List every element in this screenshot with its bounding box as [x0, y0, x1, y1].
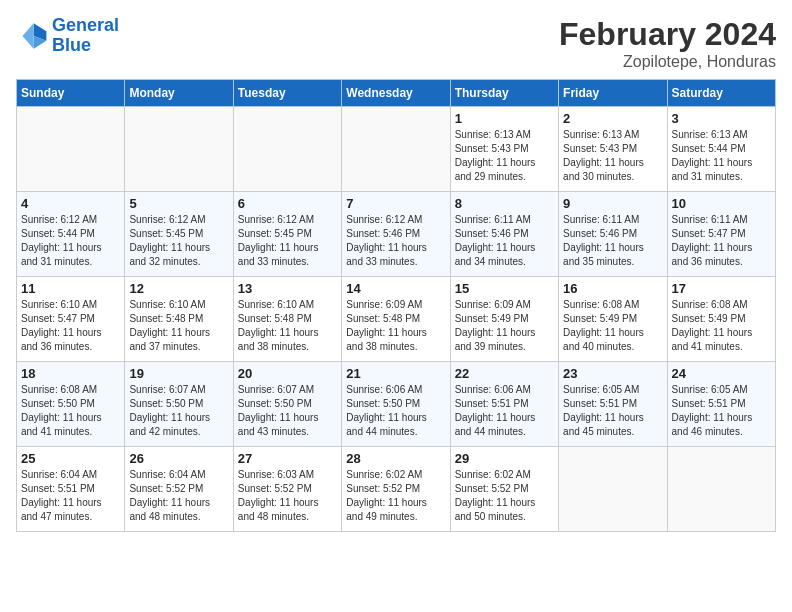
calendar-cell: 19Sunrise: 6:07 AM Sunset: 5:50 PM Dayli… — [125, 362, 233, 447]
day-info: Sunrise: 6:09 AM Sunset: 5:48 PM Dayligh… — [346, 298, 445, 354]
day-number: 9 — [563, 196, 662, 211]
day-info: Sunrise: 6:04 AM Sunset: 5:52 PM Dayligh… — [129, 468, 228, 524]
logo-icon — [16, 20, 48, 52]
header-row: SundayMondayTuesdayWednesdayThursdayFrid… — [17, 80, 776, 107]
day-number: 16 — [563, 281, 662, 296]
calendar-cell: 5Sunrise: 6:12 AM Sunset: 5:45 PM Daylig… — [125, 192, 233, 277]
day-number: 4 — [21, 196, 120, 211]
calendar-cell: 22Sunrise: 6:06 AM Sunset: 5:51 PM Dayli… — [450, 362, 558, 447]
day-info: Sunrise: 6:04 AM Sunset: 5:51 PM Dayligh… — [21, 468, 120, 524]
column-header-thursday: Thursday — [450, 80, 558, 107]
day-number: 25 — [21, 451, 120, 466]
day-number: 27 — [238, 451, 337, 466]
calendar-cell: 29Sunrise: 6:02 AM Sunset: 5:52 PM Dayli… — [450, 447, 558, 532]
calendar-cell — [667, 447, 775, 532]
column-header-wednesday: Wednesday — [342, 80, 450, 107]
calendar-cell: 10Sunrise: 6:11 AM Sunset: 5:47 PM Dayli… — [667, 192, 775, 277]
day-info: Sunrise: 6:10 AM Sunset: 5:47 PM Dayligh… — [21, 298, 120, 354]
calendar-cell — [17, 107, 125, 192]
calendar-cell: 15Sunrise: 6:09 AM Sunset: 5:49 PM Dayli… — [450, 277, 558, 362]
day-number: 1 — [455, 111, 554, 126]
logo-text: General Blue — [52, 16, 119, 56]
calendar-title: February 2024 — [559, 16, 776, 53]
column-header-monday: Monday — [125, 80, 233, 107]
day-number: 15 — [455, 281, 554, 296]
day-info: Sunrise: 6:09 AM Sunset: 5:49 PM Dayligh… — [455, 298, 554, 354]
calendar-cell: 17Sunrise: 6:08 AM Sunset: 5:49 PM Dayli… — [667, 277, 775, 362]
day-info: Sunrise: 6:06 AM Sunset: 5:51 PM Dayligh… — [455, 383, 554, 439]
calendar-cell: 8Sunrise: 6:11 AM Sunset: 5:46 PM Daylig… — [450, 192, 558, 277]
day-number: 10 — [672, 196, 771, 211]
calendar-header: SundayMondayTuesdayWednesdayThursdayFrid… — [17, 80, 776, 107]
calendar-cell: 13Sunrise: 6:10 AM Sunset: 5:48 PM Dayli… — [233, 277, 341, 362]
day-info: Sunrise: 6:03 AM Sunset: 5:52 PM Dayligh… — [238, 468, 337, 524]
day-number: 18 — [21, 366, 120, 381]
calendar-cell: 6Sunrise: 6:12 AM Sunset: 5:45 PM Daylig… — [233, 192, 341, 277]
week-row-2: 4Sunrise: 6:12 AM Sunset: 5:44 PM Daylig… — [17, 192, 776, 277]
day-number: 19 — [129, 366, 228, 381]
day-info: Sunrise: 6:06 AM Sunset: 5:50 PM Dayligh… — [346, 383, 445, 439]
day-info: Sunrise: 6:11 AM Sunset: 5:47 PM Dayligh… — [672, 213, 771, 269]
calendar-cell — [233, 107, 341, 192]
calendar-cell: 16Sunrise: 6:08 AM Sunset: 5:49 PM Dayli… — [559, 277, 667, 362]
calendar-cell: 7Sunrise: 6:12 AM Sunset: 5:46 PM Daylig… — [342, 192, 450, 277]
calendar-cell: 28Sunrise: 6:02 AM Sunset: 5:52 PM Dayli… — [342, 447, 450, 532]
week-row-5: 25Sunrise: 6:04 AM Sunset: 5:51 PM Dayli… — [17, 447, 776, 532]
column-header-saturday: Saturday — [667, 80, 775, 107]
calendar-cell: 21Sunrise: 6:06 AM Sunset: 5:50 PM Dayli… — [342, 362, 450, 447]
page-header: General Blue February 2024 Zopilotepe, H… — [16, 16, 776, 71]
calendar-cell: 18Sunrise: 6:08 AM Sunset: 5:50 PM Dayli… — [17, 362, 125, 447]
day-number: 14 — [346, 281, 445, 296]
column-header-sunday: Sunday — [17, 80, 125, 107]
logo: General Blue — [16, 16, 119, 56]
day-info: Sunrise: 6:02 AM Sunset: 5:52 PM Dayligh… — [455, 468, 554, 524]
day-info: Sunrise: 6:13 AM Sunset: 5:43 PM Dayligh… — [563, 128, 662, 184]
calendar-cell: 3Sunrise: 6:13 AM Sunset: 5:44 PM Daylig… — [667, 107, 775, 192]
day-number: 24 — [672, 366, 771, 381]
day-number: 21 — [346, 366, 445, 381]
day-number: 3 — [672, 111, 771, 126]
calendar-cell: 11Sunrise: 6:10 AM Sunset: 5:47 PM Dayli… — [17, 277, 125, 362]
day-info: Sunrise: 6:07 AM Sunset: 5:50 PM Dayligh… — [129, 383, 228, 439]
day-number: 22 — [455, 366, 554, 381]
calendar-cell: 14Sunrise: 6:09 AM Sunset: 5:48 PM Dayli… — [342, 277, 450, 362]
column-header-friday: Friday — [559, 80, 667, 107]
day-info: Sunrise: 6:10 AM Sunset: 5:48 PM Dayligh… — [238, 298, 337, 354]
calendar-cell — [342, 107, 450, 192]
calendar-cell — [559, 447, 667, 532]
day-number: 12 — [129, 281, 228, 296]
calendar-cell: 12Sunrise: 6:10 AM Sunset: 5:48 PM Dayli… — [125, 277, 233, 362]
calendar-cell: 24Sunrise: 6:05 AM Sunset: 5:51 PM Dayli… — [667, 362, 775, 447]
day-number: 13 — [238, 281, 337, 296]
day-info: Sunrise: 6:13 AM Sunset: 5:43 PM Dayligh… — [455, 128, 554, 184]
week-row-1: 1Sunrise: 6:13 AM Sunset: 5:43 PM Daylig… — [17, 107, 776, 192]
day-info: Sunrise: 6:12 AM Sunset: 5:45 PM Dayligh… — [238, 213, 337, 269]
week-row-4: 18Sunrise: 6:08 AM Sunset: 5:50 PM Dayli… — [17, 362, 776, 447]
day-number: 6 — [238, 196, 337, 211]
calendar-cell: 20Sunrise: 6:07 AM Sunset: 5:50 PM Dayli… — [233, 362, 341, 447]
calendar-cell: 2Sunrise: 6:13 AM Sunset: 5:43 PM Daylig… — [559, 107, 667, 192]
column-header-tuesday: Tuesday — [233, 80, 341, 107]
calendar-cell: 25Sunrise: 6:04 AM Sunset: 5:51 PM Dayli… — [17, 447, 125, 532]
day-info: Sunrise: 6:05 AM Sunset: 5:51 PM Dayligh… — [672, 383, 771, 439]
day-number: 23 — [563, 366, 662, 381]
day-info: Sunrise: 6:11 AM Sunset: 5:46 PM Dayligh… — [455, 213, 554, 269]
week-row-3: 11Sunrise: 6:10 AM Sunset: 5:47 PM Dayli… — [17, 277, 776, 362]
day-number: 26 — [129, 451, 228, 466]
calendar-table: SundayMondayTuesdayWednesdayThursdayFrid… — [16, 79, 776, 532]
svg-marker-2 — [22, 23, 33, 49]
calendar-cell: 1Sunrise: 6:13 AM Sunset: 5:43 PM Daylig… — [450, 107, 558, 192]
day-info: Sunrise: 6:13 AM Sunset: 5:44 PM Dayligh… — [672, 128, 771, 184]
day-number: 11 — [21, 281, 120, 296]
day-info: Sunrise: 6:12 AM Sunset: 5:45 PM Dayligh… — [129, 213, 228, 269]
day-number: 5 — [129, 196, 228, 211]
day-number: 7 — [346, 196, 445, 211]
day-number: 28 — [346, 451, 445, 466]
day-info: Sunrise: 6:08 AM Sunset: 5:49 PM Dayligh… — [672, 298, 771, 354]
day-info: Sunrise: 6:12 AM Sunset: 5:46 PM Dayligh… — [346, 213, 445, 269]
day-number: 17 — [672, 281, 771, 296]
day-info: Sunrise: 6:11 AM Sunset: 5:46 PM Dayligh… — [563, 213, 662, 269]
day-info: Sunrise: 6:05 AM Sunset: 5:51 PM Dayligh… — [563, 383, 662, 439]
calendar-cell: 26Sunrise: 6:04 AM Sunset: 5:52 PM Dayli… — [125, 447, 233, 532]
day-info: Sunrise: 6:08 AM Sunset: 5:50 PM Dayligh… — [21, 383, 120, 439]
